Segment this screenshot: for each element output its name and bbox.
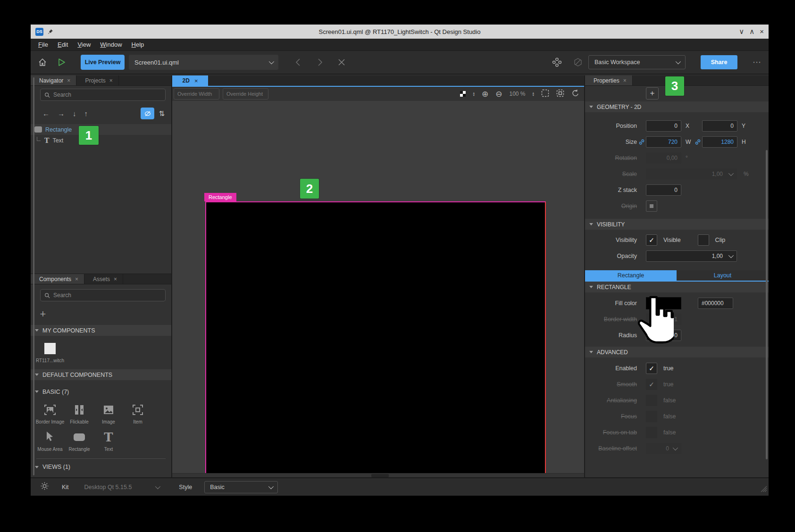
back-icon[interactable] <box>294 58 302 66</box>
spinner-icon[interactable]: ▴▾ <box>473 91 475 96</box>
reset-view-icon[interactable] <box>571 89 579 99</box>
tab-rectangle[interactable]: Rectangle <box>585 270 677 281</box>
minimize-button[interactable]: ∨ <box>739 25 744 39</box>
close-document-icon[interactable] <box>338 58 345 66</box>
component-rectangle[interactable]: Rectangle <box>65 430 94 452</box>
components-search-input[interactable] <box>53 292 161 299</box>
zoom-level-value[interactable]: 100 % <box>509 91 525 97</box>
component-text[interactable]: T Text <box>94 430 123 452</box>
live-preview-button[interactable]: Live Preview <box>81 55 125 70</box>
size-width-input[interactable]: 720 <box>646 136 681 148</box>
move-up-icon[interactable]: ↑ <box>84 109 88 117</box>
properties-scrollbar[interactable] <box>766 150 768 459</box>
fit-screen-icon[interactable] <box>556 89 564 99</box>
link-icon[interactable] <box>637 139 646 145</box>
tree-item-rectangle[interactable]: Rectangle <box>31 124 171 135</box>
zstack-input[interactable]: 0 <box>646 184 681 196</box>
tree-item-text[interactable]: T Text <box>31 135 171 146</box>
navigator-search[interactable] <box>40 89 166 101</box>
zoom-out-icon[interactable]: ⊖ <box>495 89 502 99</box>
tab-assets[interactable]: Assets × <box>84 274 123 284</box>
section-advanced[interactable]: ADVANCED <box>585 347 769 357</box>
resize-grip[interactable] <box>761 486 767 494</box>
override-height-input[interactable] <box>223 88 268 100</box>
section-my-components[interactable]: MY COMPONENTS <box>31 325 171 336</box>
workspaces-icon[interactable] <box>552 58 562 67</box>
tab-projects[interactable]: Projects × <box>76 75 118 85</box>
section-title: VIEWS (1) <box>42 464 70 470</box>
position-x-input[interactable]: 0 <box>646 120 681 132</box>
menu-help[interactable]: Help <box>127 39 149 51</box>
canvas-horizontal-scrollbar[interactable] <box>172 473 584 477</box>
menu-file[interactable]: File <box>33 39 53 51</box>
section-geometry-2d[interactable]: GEOMETRY - 2D <box>585 101 769 112</box>
close-tab-icon[interactable]: × <box>623 77 627 84</box>
fit-selection-icon[interactable] <box>541 89 549 99</box>
kit-selector[interactable]: Desktop Qt 5.15.5 <box>84 484 132 490</box>
workspace-dropdown[interactable]: Basic Workspace <box>588 55 686 69</box>
artboard-rectangle[interactable] <box>205 201 546 473</box>
enabled-checkbox[interactable]: ✓ <box>646 363 657 374</box>
section-views[interactable]: VIEWS (1) <box>31 462 171 472</box>
navigator-search-input[interactable] <box>53 91 161 98</box>
scrollbar-handle[interactable] <box>371 474 389 477</box>
chevron-down-icon[interactable] <box>155 483 160 489</box>
move-down-icon[interactable]: ↓ <box>73 109 76 117</box>
close-tab-icon[interactable]: × <box>114 276 117 283</box>
open-document-dropdown[interactable]: Screen01.ui.qml <box>129 55 278 70</box>
position-y-input[interactable]: 0 <box>702 120 737 132</box>
add-property-button[interactable]: + <box>646 87 659 100</box>
home-icon[interactable] <box>38 58 47 67</box>
move-right-icon[interactable]: → <box>58 109 65 117</box>
components-search[interactable] <box>40 289 166 301</box>
maximize-button[interactable]: ∧ <box>749 25 754 39</box>
forward-icon[interactable] <box>316 58 324 66</box>
canvas-viewport[interactable]: Rectangle <box>172 101 584 473</box>
pin-icon[interactable] <box>48 29 53 34</box>
close-button[interactable]: × <box>760 25 764 39</box>
section-visibility[interactable]: VISIBILITY <box>585 219 769 230</box>
annotations-icon[interactable] <box>573 58 583 67</box>
clip-checkbox[interactable] <box>698 234 709 246</box>
menu-view[interactable]: View <box>73 39 95 51</box>
override-width-input[interactable] <box>174 88 219 100</box>
move-left-icon[interactable]: ← <box>42 109 50 117</box>
fill-color-hex-input[interactable]: #000000 <box>698 298 733 309</box>
share-button[interactable]: Share <box>701 55 737 69</box>
background-color-icon[interactable] <box>460 91 466 97</box>
toggle-invisible-items-button[interactable] <box>141 108 154 119</box>
close-tab-icon[interactable]: × <box>75 276 78 283</box>
component-item[interactable]: Item <box>123 403 152 424</box>
menu-edit[interactable]: Edit <box>53 39 73 51</box>
component-image[interactable]: Image <box>94 403 123 424</box>
reverse-order-icon[interactable]: ⇅ <box>159 109 165 118</box>
section-default-components[interactable]: DEFAULT COMPONENTS <box>31 369 171 380</box>
spinner-icon[interactable]: ▴▾ <box>532 91 534 96</box>
component-rt1170-switch[interactable]: RT117...witch <box>35 341 65 363</box>
settings-gear-icon[interactable] <box>40 482 49 492</box>
component-border-image[interactable]: Border Image <box>35 403 65 424</box>
menu-window[interactable]: Window <box>95 39 126 51</box>
artboard-label[interactable]: Rectangle <box>204 193 236 201</box>
style-selector[interactable]: Basic <box>204 481 278 493</box>
tab-2d[interactable]: 2D × <box>172 75 208 86</box>
size-height-input[interactable]: 1280 <box>702 136 737 148</box>
link-icon[interactable] <box>693 139 702 145</box>
run-icon[interactable] <box>57 58 66 67</box>
opacity-dropdown[interactable]: 1,00 <box>646 250 737 262</box>
component-mouse-area[interactable]: Mouse Area <box>35 430 65 452</box>
close-tab-icon[interactable]: × <box>67 77 70 84</box>
close-tab-icon[interactable]: × <box>109 77 113 84</box>
tab-components[interactable]: Components × <box>31 274 84 284</box>
zoom-in-icon[interactable]: ⊕ <box>482 89 488 99</box>
tab-layout[interactable]: Layout <box>677 270 769 281</box>
component-flickable[interactable]: Flickable <box>65 403 94 424</box>
visible-checkbox[interactable]: ✓ <box>646 234 657 246</box>
close-tab-icon[interactable]: × <box>194 77 198 84</box>
tab-navigator[interactable]: Navigator × <box>31 75 76 85</box>
section-basic[interactable]: BASIC (7) <box>31 386 171 397</box>
add-module-button[interactable]: + <box>37 309 49 319</box>
section-rectangle[interactable]: RECTANGLE <box>585 282 769 292</box>
more-options-button[interactable]: ⋯ <box>753 57 762 67</box>
tab-properties[interactable]: Properties × <box>585 75 633 85</box>
